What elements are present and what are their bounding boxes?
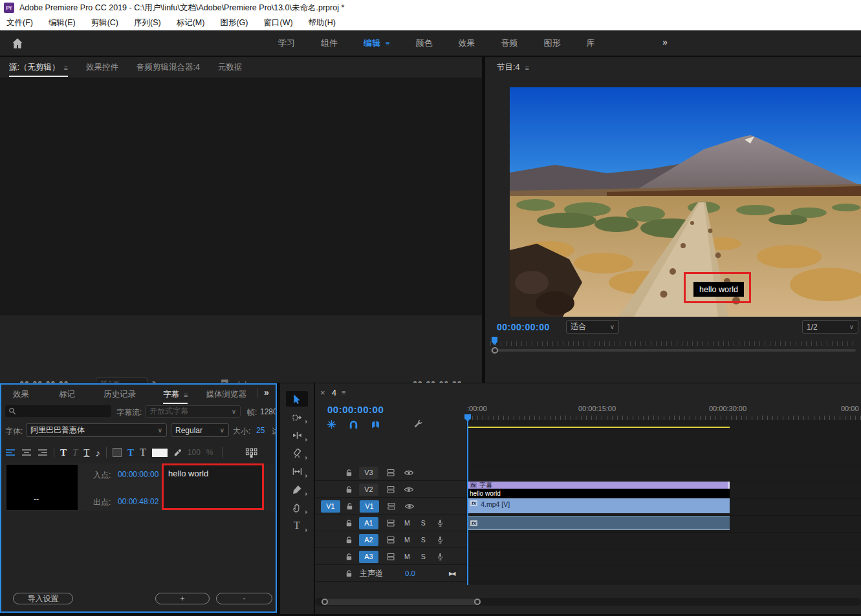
panel-menu-icon[interactable]: ≡ (525, 64, 529, 72)
mute-button[interactable]: M (404, 553, 410, 560)
sync-lock-icon[interactable] (386, 552, 395, 561)
program-timecode[interactable]: 00:00:00:00 (497, 322, 550, 332)
align-left-icon[interactable] (5, 449, 16, 457)
slip-tool[interactable] (286, 463, 308, 479)
timeline-h-scrollbar-thumb[interactable] (322, 599, 481, 605)
audio-note-icon[interactable]: ♪ (96, 447, 101, 458)
edge-color-button[interactable]: T (140, 447, 146, 458)
lock-icon[interactable] (345, 569, 353, 578)
track-header-a1[interactable]: A1 M S (315, 515, 467, 531)
opacity-value[interactable]: 100 (188, 448, 201, 457)
sync-lock-icon[interactable] (386, 468, 395, 477)
solo-button[interactable]: S (421, 536, 426, 544)
mute-button[interactable]: M (404, 519, 410, 527)
master-volume-value[interactable]: 0.0 (405, 569, 415, 577)
remove-caption-button[interactable]: - (216, 593, 272, 604)
workspace-tab-libraries[interactable]: 库 (586, 37, 594, 49)
menu-file[interactable]: 文件(F) (6, 17, 33, 28)
track-target-v3[interactable]: V3 (359, 467, 378, 479)
menu-graphics[interactable]: 图形(G) (220, 17, 248, 28)
lock-icon[interactable] (345, 519, 353, 527)
mic-icon[interactable] (436, 553, 444, 561)
italic-button[interactable]: T (72, 447, 78, 458)
track-select-forward-tool[interactable] (286, 409, 308, 425)
lock-icon[interactable] (345, 502, 354, 511)
nest-sequences-icon[interactable] (327, 420, 336, 429)
workspace-tab-editing[interactable]: 编辑 (364, 37, 380, 49)
ripple-edit-tool[interactable] (286, 427, 308, 443)
workspace-overflow-icon[interactable]: » (662, 37, 668, 47)
tab-program[interactable]: 节目:4 (497, 62, 519, 73)
selection-tool[interactable] (286, 391, 308, 407)
menu-edit[interactable]: 编辑(E) (49, 17, 76, 28)
tab-captions[interactable]: 字幕 ≡ (163, 389, 188, 400)
in-point-value[interactable]: 00:00:00:00 (118, 470, 158, 479)
track-target-a1[interactable]: A1 (359, 517, 378, 529)
color-swatch-white[interactable] (152, 449, 168, 457)
workspace-tab-menu-icon[interactable]: ≡ (386, 39, 389, 47)
tab-media-browser[interactable]: 媒体浏览器 (206, 389, 246, 400)
compare-view-icon[interactable] (237, 380, 248, 383)
sync-lock-icon[interactable] (386, 518, 395, 527)
close-sequence-icon[interactable]: × (320, 388, 325, 398)
bold-button[interactable]: T (60, 447, 67, 458)
workspace-tab-color[interactable]: 颜色 (415, 37, 432, 49)
caption-clip[interactable]: fx 字幕 hello world (468, 482, 730, 498)
font-size-value[interactable]: 25 (256, 426, 265, 435)
audio-clip[interactable]: fx (468, 516, 730, 530)
caption-list-item[interactable]: -- 入点: 00:00:00:00 出点: 00:00:48:02 hello… (4, 463, 274, 511)
timeline-timecode[interactable]: 00:00:00:00 (327, 404, 384, 415)
track-header-v1[interactable]: V1 V1 (315, 498, 467, 515)
caption-page-play-icon[interactable]: ▶ (153, 379, 158, 383)
track-target-a3[interactable]: A3 (359, 551, 378, 563)
panel-menu-icon[interactable]: ≡ (184, 391, 188, 399)
lock-icon[interactable] (345, 485, 353, 494)
source-patch-v1[interactable]: V1 (321, 500, 340, 513)
hand-tool[interactable] (286, 500, 308, 515)
panel-menu-icon[interactable]: ≡ (63, 64, 67, 72)
track-target-v1[interactable]: V1 (360, 500, 379, 513)
tab-effect-controls[interactable]: 效果控件 (86, 62, 118, 73)
tab-audio-clip-mixer[interactable]: 音频剪辑混合器:4 (136, 62, 200, 73)
underline-button[interactable]: T (83, 447, 89, 458)
menu-clip[interactable]: 剪辑(C) (91, 17, 118, 28)
workspace-tab-learning[interactable]: 学习 (278, 37, 295, 49)
track-header-v3[interactable]: V3 (315, 465, 467, 481)
type-tool[interactable]: T (286, 518, 308, 533)
workspace-tab-graphics[interactable]: 图形 (543, 37, 560, 49)
font-family-select[interactable]: 阿里巴巴普惠体∨ (26, 423, 167, 437)
scrollbar-handle-left[interactable] (322, 599, 328, 605)
sync-lock-icon[interactable] (386, 535, 395, 544)
lock-icon[interactable] (345, 553, 353, 561)
solo-button[interactable]: S (421, 519, 426, 527)
text-color-button[interactable]: T (127, 447, 134, 458)
background-color-swatch[interactable] (113, 448, 122, 457)
menu-markers[interactable]: 标记(M) (177, 17, 205, 28)
track-header-a3[interactable]: A3 M S (315, 549, 467, 565)
program-scrubber[interactable] (490, 341, 856, 346)
tab-effects[interactable]: 效果 (13, 389, 29, 400)
tab-history[interactable]: 历史记录 (104, 389, 136, 400)
track-header-v2[interactable]: V2 (315, 482, 467, 498)
timeline-settings-wrench-icon[interactable] (413, 420, 423, 429)
captions-display-icon[interactable] (220, 378, 230, 383)
sync-lock-icon[interactable] (387, 502, 396, 511)
tab-source[interactable]: 源:（无剪辑） ≡ (9, 62, 68, 73)
sequence-tab[interactable]: 4 (332, 388, 336, 398)
solo-button[interactable]: S (421, 553, 426, 560)
align-center-icon[interactable] (21, 449, 32, 457)
import-settings-button[interactable]: 导入设置 (13, 593, 73, 604)
menu-help[interactable]: 帮助(H) (309, 17, 336, 28)
panel-overflow-icon[interactable]: » (264, 387, 269, 398)
track-header-a2[interactable]: A2 M S (315, 532, 467, 548)
workspace-tab-assembly[interactable]: 组件 (321, 37, 338, 49)
keyframe-bowtie-icon[interactable]: ▶◀ (449, 571, 454, 577)
track-target-a2[interactable]: A2 (359, 534, 378, 546)
pen-tool[interactable] (286, 482, 308, 497)
align-right-icon[interactable] (38, 449, 48, 457)
eye-icon[interactable] (404, 502, 415, 511)
sync-lock-icon[interactable] (386, 485, 395, 494)
timeline-ruler[interactable]: :00:00 00:00:15:00 00:00:30:00 00:00 (467, 403, 861, 420)
video-clip[interactable]: fx 4.mp4 [V] (468, 498, 730, 513)
caption-block-grid-icon[interactable] (245, 448, 258, 458)
